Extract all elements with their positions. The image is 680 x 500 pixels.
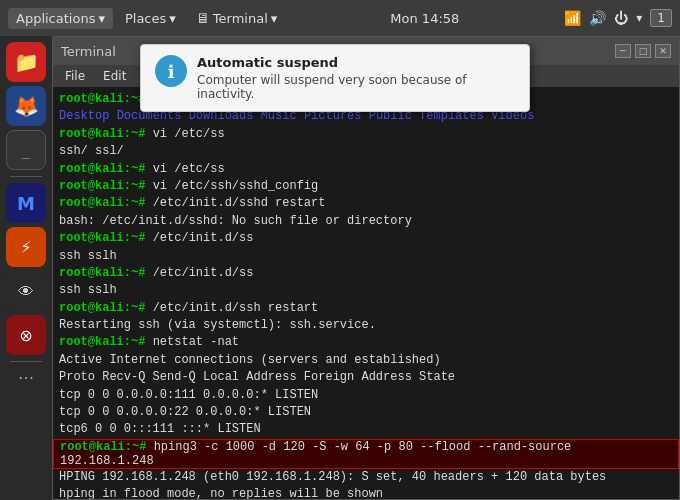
- audio-icon: 🔊: [589, 10, 606, 26]
- mail-icon[interactable]: M: [6, 183, 46, 223]
- hping3-command-line: root@kali:~# hping3 -c 1000 -d 120 -S -w…: [53, 439, 679, 469]
- browser-icon[interactable]: 🦊: [6, 86, 46, 126]
- edit-menu[interactable]: Edit: [95, 67, 134, 85]
- power-icon: ⏻: [614, 10, 628, 26]
- dock-divider-2: [10, 361, 42, 362]
- line-15: root@kali:~# netstat -nat: [59, 334, 673, 351]
- line-hping-output1: HPING 192.168.1.248 (eth0 192.168.1.248)…: [59, 469, 673, 486]
- applications-label: Applications: [16, 11, 95, 26]
- terminal-window-title: Terminal: [61, 44, 116, 59]
- line-3: root@kali:~# vi /etc/ss: [59, 126, 673, 143]
- places-label: Places: [125, 11, 166, 26]
- arrow-icon: ▾: [636, 11, 642, 25]
- line-5: root@kali:~# vi /etc/ss: [59, 161, 673, 178]
- line-14: Restarting ssh (via systemctl): ssh.serv…: [59, 317, 673, 334]
- line-18: tcp 0 0 0.0.0.0:111 0.0.0.0:* LISTEN: [59, 387, 673, 404]
- line-11: root@kali:~# /etc/init.d/ss: [59, 265, 673, 282]
- line-6: root@kali:~# vi /etc/ssh/sshd_config: [59, 178, 673, 195]
- more-apps-button[interactable]: ⋯: [18, 368, 34, 387]
- maximize-button[interactable]: □: [635, 44, 651, 58]
- line-8: bash: /etc/init.d/sshd: No such file or …: [59, 213, 673, 230]
- files-icon[interactable]: 📁: [6, 42, 46, 82]
- line-hping-output2: hping in flood mode, no replies will be …: [59, 486, 673, 499]
- window-controls: ─ □ ✕: [615, 44, 671, 58]
- line-20: tcp6 0 0 0:::111 :::* LISTEN: [59, 421, 673, 438]
- clock: Mon 14:58: [390, 11, 459, 26]
- terminal-menu[interactable]: 🖥 Terminal ▾: [188, 7, 285, 29]
- applications-arrow: ▾: [98, 11, 105, 26]
- line-4: ssh/ ssl/: [59, 143, 673, 160]
- notification-body: Computer will suspend very soon because …: [197, 73, 515, 101]
- application-dock: 📁 🦊 _ M ⚡ 👁 ⊗ ⋯: [0, 36, 52, 500]
- line-19: tcp 0 0 0.0.0.0:22 0.0.0.0:* LISTEN: [59, 404, 673, 421]
- file-menu[interactable]: File: [57, 67, 93, 85]
- line-10: ssh sslh: [59, 248, 673, 265]
- terminal-menu-arrow: ▾: [271, 11, 278, 26]
- notification-icon: ℹ: [155, 55, 187, 87]
- line-17: Proto Recv-Q Send-Q Local Address Foreig…: [59, 369, 673, 386]
- line-13: root@kali:~# /etc/init.d/ssh restart: [59, 300, 673, 317]
- close-button[interactable]: ✕: [655, 44, 671, 58]
- line-9: root@kali:~# /etc/init.d/ss: [59, 230, 673, 247]
- workspace-indicator[interactable]: 1: [650, 9, 672, 27]
- minimize-button[interactable]: ─: [615, 44, 631, 58]
- notification-title: Automatic suspend: [197, 55, 515, 70]
- kali-eye-icon[interactable]: 👁: [6, 271, 46, 311]
- system-bar: Applications ▾ Places ▾ 🖥 Terminal ▾ Mon…: [0, 0, 680, 36]
- notification-text: Automatic suspend Computer will suspend …: [197, 55, 515, 101]
- dock-divider-1: [10, 176, 42, 177]
- suspend-notification: ℹ Automatic suspend Computer will suspen…: [140, 44, 530, 112]
- line-7: root@kali:~# /etc/init.d/sshd restart: [59, 195, 673, 212]
- line-16: Active Internet connections (servers and…: [59, 352, 673, 369]
- places-menu[interactable]: Places ▾: [117, 8, 184, 29]
- vuln-icon[interactable]: ⊗: [6, 315, 46, 355]
- terminal-menu-icon: 🖥: [196, 10, 210, 26]
- line-12: ssh sslh: [59, 282, 673, 299]
- network-icon: 📶: [564, 10, 581, 26]
- terminal-menu-label: Terminal: [213, 11, 268, 26]
- burpsuite-icon[interactable]: ⚡: [6, 227, 46, 267]
- applications-menu[interactable]: Applications ▾: [8, 8, 113, 29]
- places-arrow: ▾: [169, 11, 176, 26]
- terminal-content[interactable]: root@kali:~# ls Desktop Documents Downlo…: [53, 87, 679, 499]
- terminal-dock-icon[interactable]: _: [6, 130, 46, 170]
